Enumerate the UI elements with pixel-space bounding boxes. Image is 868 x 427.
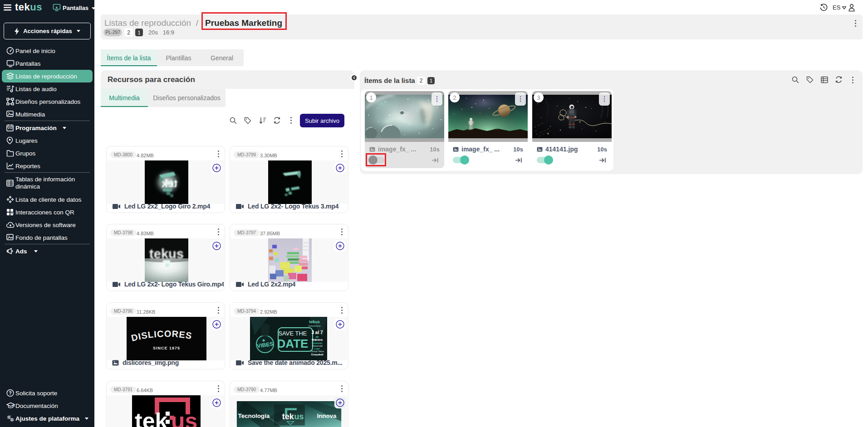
svg-text:febrero: febrero: [312, 338, 323, 341]
svg-text:Innova: Innova: [317, 412, 337, 419]
svg-text:t: t: [170, 177, 173, 189]
svg-text:us: us: [294, 412, 304, 421]
svg-text:us: us: [171, 408, 197, 427]
svg-text:Tecnología: Tecnología: [238, 412, 270, 419]
svg-text:SAVE THE: SAVE THE: [278, 330, 307, 337]
svg-text:tek: tek: [135, 408, 167, 427]
svg-text:Cultura Fest: Cultura Fest: [308, 325, 321, 327]
svg-text:Oficina Tekus: Oficina Tekus: [310, 350, 324, 353]
svg-text:3 al 7: 3 al 7: [311, 330, 323, 335]
svg-text:tekus: tekus: [309, 320, 320, 324]
svg-text:Guayabal: Guayabal: [311, 353, 323, 356]
svg-text:SINCE 1975: SINCE 1975: [153, 346, 180, 350]
svg-text:k: k: [56, 5, 58, 10]
svg-text:tek: tek: [282, 412, 294, 421]
svg-text:DATE: DATE: [277, 337, 309, 350]
svg-text:?: ?: [9, 391, 11, 396]
svg-text:tekus: tekus: [149, 247, 184, 261]
